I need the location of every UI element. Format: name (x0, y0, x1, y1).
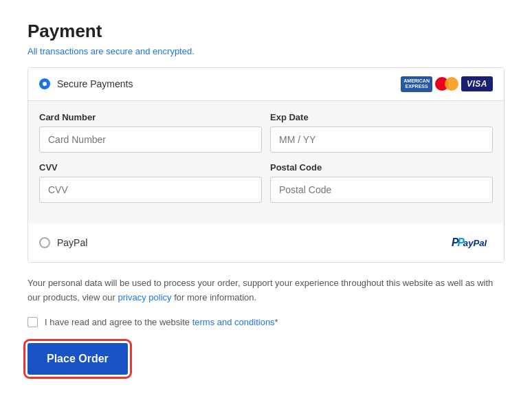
svg-text:ayPal: ayPal (463, 238, 487, 248)
terms-row: I have read and agree to the website ter… (27, 316, 505, 329)
exp-date-label: Exp Date (270, 112, 493, 122)
paypal-logo: P P ayPal (452, 233, 493, 252)
paypal-label: PayPal (57, 237, 87, 248)
card-number-exp-row: Card Number Exp Date (39, 112, 493, 153)
exp-date-input[interactable] (270, 126, 493, 153)
info-text-part2: for more information. (172, 292, 257, 302)
postal-code-input[interactable] (270, 177, 493, 203)
secure-payments-left: Secure Payments (39, 78, 133, 89)
card-number-input[interactable] (39, 126, 262, 153)
mastercard-circle-right (445, 77, 458, 91)
card-logos: AMERICAN EXPRESS VISA (401, 76, 493, 92)
secure-payments-radio[interactable] (39, 78, 50, 89)
amex-logo: AMERICAN EXPRESS (401, 76, 432, 92)
postal-code-label: Postal Code (270, 162, 493, 173)
payment-container: Secure Payments AMERICAN EXPRESS VISA Ca… (27, 67, 505, 263)
paypal-option[interactable]: PayPal P P ayPal (28, 223, 504, 262)
card-number-label: Card Number (39, 112, 262, 122)
paypal-logo-svg: P P ayPal (452, 233, 493, 252)
cvv-input[interactable] (39, 177, 262, 203)
terms-label: I have read and agree to the website ter… (45, 316, 278, 329)
privacy-policy-link[interactable]: privacy policy (118, 292, 172, 302)
card-fields-section: Card Number Exp Date CVV Postal Code (28, 101, 504, 223)
info-text: Your personal data will be used to proce… (27, 276, 505, 305)
cvv-group: CVV (39, 162, 262, 203)
terms-asterisk: * (275, 317, 278, 327)
place-order-button[interactable]: Place Order (27, 343, 128, 375)
terms-checkbox[interactable] (27, 317, 38, 327)
mastercard-logo (435, 76, 458, 91)
exp-date-group: Exp Date (270, 112, 493, 153)
secure-note: All transactions are secure and encrypte… (27, 46, 505, 56)
card-number-group: Card Number (39, 112, 262, 153)
paypal-option-left: PayPal (39, 237, 87, 248)
cvv-postal-row: CVV Postal Code (39, 162, 493, 203)
terms-text: I have read and agree to the website (45, 317, 192, 327)
page-title: Payment (27, 21, 505, 42)
secure-payments-label: Secure Payments (57, 78, 133, 89)
secure-payments-option[interactable]: Secure Payments AMERICAN EXPRESS VISA (28, 68, 504, 101)
postal-code-group: Postal Code (270, 162, 493, 203)
cvv-label: CVV (39, 162, 262, 173)
info-text-part1: Your personal data will be used to proce… (27, 278, 493, 302)
visa-logo: VISA (461, 76, 493, 91)
terms-conditions-link[interactable]: terms and conditions (192, 317, 275, 327)
paypal-radio[interactable] (39, 237, 50, 248)
